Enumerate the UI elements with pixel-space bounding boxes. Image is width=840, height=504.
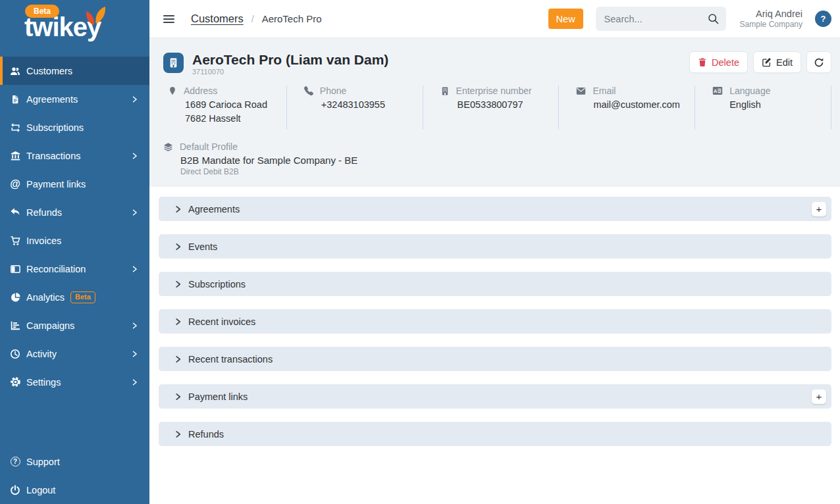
email-value: mail@customer.com <box>593 98 689 112</box>
panel-agreements[interactable]: Agreements + <box>159 197 831 221</box>
main-area: Customers / AeroTech Pro New Ariq Andrei… <box>149 0 840 504</box>
new-button[interactable]: New <box>548 9 583 29</box>
enterprise-number-field: Enterprise number BE0533800797 <box>423 86 560 130</box>
envelope-icon <box>576 87 586 95</box>
panel-refunds[interactable]: Refunds <box>159 422 831 446</box>
document-icon <box>9 93 22 105</box>
field-label: Enterprise number <box>456 86 532 96</box>
at-sign-icon: @ <box>9 178 22 190</box>
panel-subscriptions[interactable]: Subscriptions <box>159 272 831 296</box>
sidebar-item-subscriptions[interactable]: Subscriptions <box>0 113 149 141</box>
columns-icon <box>9 263 22 275</box>
customer-header: AeroTech Pro (Liam van Dam) 37110070 Del… <box>149 38 840 187</box>
delete-button[interactable]: Delete <box>689 51 748 73</box>
chevron-right-icon <box>132 209 138 216</box>
refresh-button[interactable] <box>806 51 831 73</box>
chevron-right-icon <box>174 430 182 438</box>
field-label: Default Profile <box>180 141 238 152</box>
svg-text:A: A <box>714 88 718 94</box>
location-pin-icon <box>168 86 177 96</box>
twikey-app: Beta twikey Customers Agreements <box>0 0 840 504</box>
company-avatar <box>163 53 184 73</box>
address-line: 1689 Carioca Road <box>185 98 281 112</box>
panel-payment-links[interactable]: Payment links + <box>159 384 831 409</box>
question-circle-icon: ? <box>9 456 22 468</box>
chevron-right-icon <box>174 205 182 213</box>
add-agreement-button[interactable]: + <box>812 202 826 216</box>
sidebar-item-customers[interactable]: Customers <box>0 57 149 85</box>
sidebar-item-analytics[interactable]: Analytics Beta <box>0 283 149 311</box>
phone-field: Phone +32483103955 <box>287 86 423 130</box>
field-label: Phone <box>320 86 346 96</box>
panel-recent-invoices[interactable]: Recent invoices <box>159 309 831 334</box>
chevron-right-icon <box>174 318 182 326</box>
phone-value: +32483103955 <box>321 98 417 112</box>
page-title: AeroTech Pro (Liam van Dam) <box>192 51 388 68</box>
chevron-right-icon <box>174 355 182 363</box>
chevron-right-icon <box>132 152 138 160</box>
sidebar: Beta twikey Customers Agreements <box>0 0 149 504</box>
sidebar-item-agreements[interactable]: Agreements <box>0 85 149 113</box>
sidebar-item-label: Reconciliation <box>26 264 86 274</box>
edit-button[interactable]: Edit <box>753 51 801 73</box>
panel-recent-transactions[interactable]: Recent transactions <box>159 347 831 371</box>
breadcrumb-current: AeroTech Pro <box>262 13 322 24</box>
pencil-icon <box>762 57 772 67</box>
building-icon <box>168 57 179 68</box>
search-box <box>596 7 726 31</box>
cart-icon <box>9 235 22 247</box>
bar-chart-icon <box>9 320 22 332</box>
breadcrumb-separator: / <box>251 14 254 24</box>
address-field: Address 1689 Carioca Road 7682 Hasselt <box>163 86 287 130</box>
panel-label: Recent transactions <box>188 354 273 365</box>
brand[interactable]: Beta twikey <box>0 0 149 55</box>
search-input[interactable] <box>604 14 708 24</box>
breadcrumb: Customers / AeroTech Pro <box>191 13 322 25</box>
sidebar-item-label: Campaigns <box>26 320 74 331</box>
email-field: Email mail@customer.com <box>559 86 695 130</box>
sidebar-item-invoices[interactable]: Invoices <box>0 226 149 255</box>
user-menu[interactable]: Ariq Andrei Sample Company <box>740 9 802 29</box>
office-building-icon <box>440 86 450 96</box>
chevron-right-icon <box>174 393 182 401</box>
chevron-right-icon <box>174 280 182 288</box>
content: AeroTech Pro (Liam van Dam) 37110070 Del… <box>149 38 840 504</box>
sidebar-item-settings[interactable]: Settings <box>0 368 149 396</box>
sidebar-item-label: Refunds <box>26 207 62 218</box>
trash-icon <box>698 57 707 67</box>
language-field: AE Language English <box>695 86 831 130</box>
sidebar-item-label: Agreements <box>26 94 78 105</box>
sidebar-item-support[interactable]: ? Support <box>0 447 149 476</box>
sidebar-item-refunds[interactable]: Refunds <box>0 198 149 226</box>
refresh-icon <box>814 57 824 68</box>
field-label: Email <box>592 86 616 96</box>
default-profile: Default Profile B2B Mandate for Sample C… <box>163 141 831 176</box>
sidebar-item-label: Analytics <box>26 292 65 303</box>
help-button[interactable]: ? <box>815 11 831 27</box>
add-payment-link-button[interactable]: + <box>812 390 826 404</box>
sidebar-item-label: Support <box>26 457 60 467</box>
panel-events[interactable]: Events <box>159 234 831 259</box>
sidebar-item-campaigns[interactable]: Campaigns <box>0 311 149 340</box>
layers-icon <box>163 142 173 152</box>
chevron-right-icon <box>132 95 138 103</box>
language-value: English <box>729 98 826 112</box>
user-name: Ariq Andrei <box>740 9 802 19</box>
customer-number: 37110070 <box>192 68 388 76</box>
user-company: Sample Company <box>740 20 802 29</box>
sidebar-item-payment-links[interactable]: @ Payment links <box>0 170 149 198</box>
sidebar-item-logout[interactable]: Logout <box>0 476 149 504</box>
sidebar-item-activity[interactable]: Activity <box>0 340 149 368</box>
detail-panels: Agreements + Events Subscriptions <box>149 187 840 446</box>
panel-label: Payment links <box>188 391 248 402</box>
sidebar-item-transactions[interactable]: Transactions <box>0 141 149 170</box>
search-icon <box>708 13 719 24</box>
sidebar-item-reconciliation[interactable]: Reconciliation <box>0 255 149 283</box>
panel-label: Agreements <box>188 204 240 214</box>
sidebar-item-label: Transactions <box>26 151 80 161</box>
address-line: 7682 Hasselt <box>185 112 281 126</box>
breadcrumb-customers-link[interactable]: Customers <box>191 13 244 25</box>
panel-label: Events <box>188 241 217 252</box>
menu-icon[interactable] <box>163 15 174 23</box>
question-icon: ? <box>821 14 826 24</box>
